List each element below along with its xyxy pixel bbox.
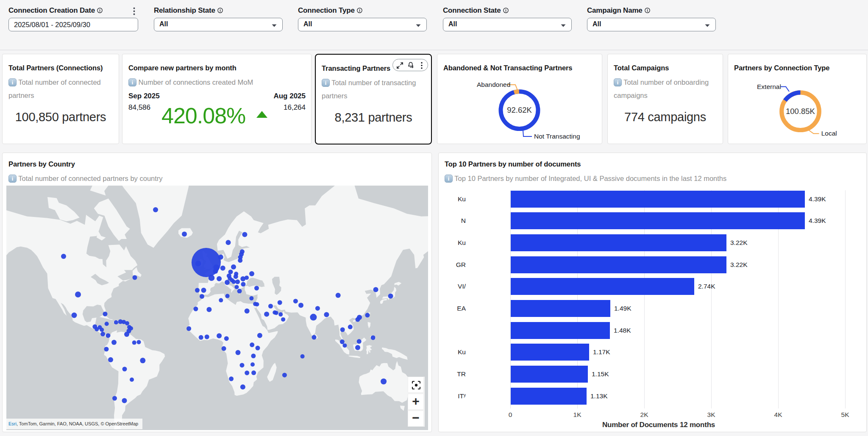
svg-text:i: i xyxy=(448,175,450,182)
svg-text:100.85K: 100.85K xyxy=(786,107,815,116)
svg-text:Abandoned: Abandoned xyxy=(477,81,510,88)
svg-text:i: i xyxy=(325,80,327,86)
svg-text:Local: Local xyxy=(821,130,837,137)
svg-text:i: i xyxy=(12,79,14,86)
svg-text:i: i xyxy=(12,175,14,182)
svg-text:Not Transacting: Not Transacting xyxy=(534,133,580,140)
svg-text:i: i xyxy=(132,79,134,86)
svg-text:External: External xyxy=(757,83,781,90)
svg-text:92.62K: 92.62K xyxy=(507,106,532,114)
svg-text:i: i xyxy=(617,79,619,86)
